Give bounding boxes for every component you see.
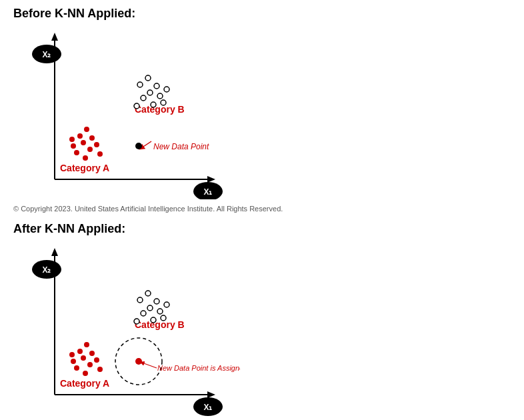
- svg-point-32: [134, 103, 139, 109]
- svg-point-4: [32, 45, 61, 63]
- svg-point-28: [157, 93, 163, 99]
- svg-point-60: [154, 299, 159, 304]
- svg-point-64: [161, 315, 166, 321]
- svg-point-40: [193, 397, 223, 416]
- svg-point-63: [157, 309, 163, 314]
- svg-point-20: [94, 142, 99, 147]
- svg-point-55: [94, 357, 99, 363]
- svg-line-10: [141, 141, 151, 148]
- svg-text:Category B: Category B: [135, 319, 185, 330]
- chart1-svg: X₂ X₁ Category A Category B New Data Poi…: [13, 26, 240, 199]
- svg-point-27: [141, 95, 146, 101]
- svg-point-12: [71, 143, 76, 149]
- svg-point-50: [81, 355, 86, 361]
- svg-marker-35: [51, 248, 58, 256]
- svg-text:Category B: Category B: [135, 104, 185, 115]
- svg-marker-37: [207, 391, 215, 398]
- svg-point-14: [84, 127, 89, 132]
- svg-point-69: [115, 338, 162, 385]
- svg-point-52: [74, 365, 79, 371]
- svg-point-56: [69, 352, 75, 357]
- svg-point-21: [69, 137, 75, 142]
- svg-point-26: [147, 90, 153, 95]
- chart1: X₂ X₁ Category A Category B New Data Poi…: [13, 26, 240, 199]
- section1: Before K-NN Applied: X₂ X₁ Categor: [13, 7, 511, 213]
- svg-point-22: [97, 151, 103, 157]
- svg-point-59: [145, 291, 151, 296]
- svg-text:X₁: X₁: [203, 187, 212, 197]
- section2: After K-NN Applied: X₂ X₁ Category A Cat…: [13, 222, 511, 420]
- svg-point-16: [89, 135, 95, 141]
- svg-text:X₁: X₁: [203, 403, 212, 412]
- svg-point-33: [135, 143, 142, 149]
- section2-title: After K-NN Applied:: [13, 222, 511, 236]
- svg-point-51: [89, 351, 95, 356]
- svg-point-61: [147, 305, 153, 311]
- svg-point-66: [164, 302, 169, 307]
- svg-point-15: [81, 140, 86, 145]
- svg-point-68: [135, 358, 142, 365]
- svg-text:X₂: X₂: [42, 50, 51, 59]
- svg-point-48: [77, 349, 83, 354]
- svg-point-18: [87, 147, 93, 152]
- svg-text:New Data Point: New Data Point: [153, 142, 209, 151]
- svg-marker-3: [207, 176, 215, 183]
- svg-point-31: [164, 87, 169, 92]
- svg-text:New Data Point is Assigned to : New Data Point is Assigned to Category A: [157, 364, 240, 372]
- svg-point-25: [154, 83, 159, 89]
- svg-point-19: [83, 155, 88, 161]
- svg-point-57: [97, 367, 103, 372]
- svg-point-49: [84, 342, 89, 347]
- svg-point-62: [141, 311, 146, 316]
- svg-point-47: [71, 359, 76, 364]
- svg-point-38: [32, 260, 61, 279]
- svg-text:Category A: Category A: [60, 378, 109, 389]
- copyright1: © Copyright 2023. United States Artifici…: [13, 205, 511, 213]
- svg-point-17: [74, 150, 79, 155]
- chart2-svg: X₂ X₁ Category A Category B New Data Poi…: [13, 241, 240, 420]
- svg-point-24: [145, 75, 151, 81]
- svg-point-65: [151, 317, 156, 323]
- svg-point-23: [137, 82, 143, 87]
- svg-point-54: [83, 371, 88, 376]
- section1-title: Before K-NN Applied:: [13, 7, 511, 21]
- svg-point-29: [161, 100, 166, 105]
- svg-point-6: [193, 182, 223, 199]
- svg-point-53: [87, 362, 93, 367]
- svg-text:X₂: X₂: [42, 265, 51, 275]
- svg-line-70: [142, 363, 157, 368]
- svg-point-67: [134, 319, 139, 324]
- svg-point-58: [137, 297, 143, 303]
- svg-marker-1: [51, 33, 58, 41]
- svg-point-13: [77, 133, 83, 139]
- chart2: X₂ X₁ Category A Category B New Data Poi…: [13, 241, 240, 420]
- svg-point-30: [151, 102, 156, 107]
- svg-text:Category A: Category A: [60, 163, 109, 173]
- page-container: Before K-NN Applied: X₂ X₁ Categor: [0, 0, 524, 420]
